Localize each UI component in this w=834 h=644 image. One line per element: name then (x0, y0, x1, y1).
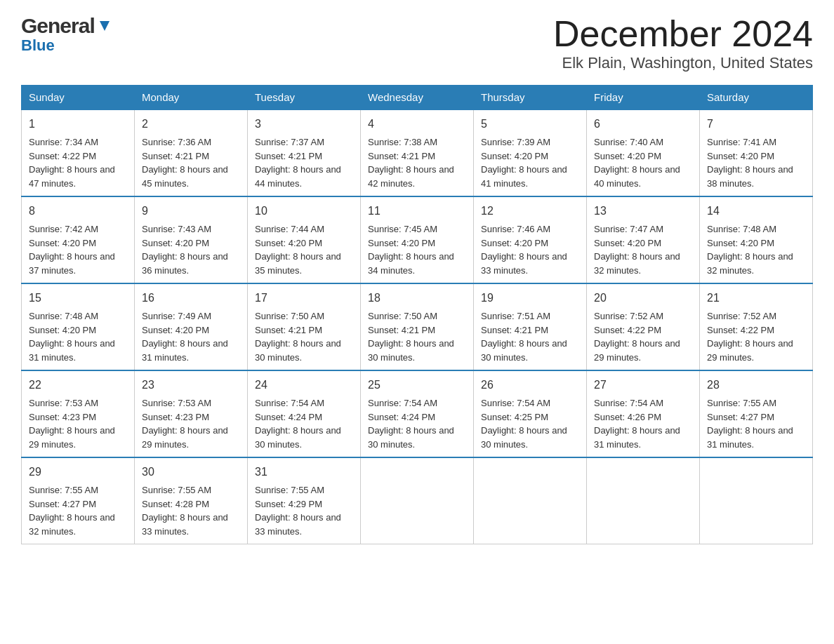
day-number: 15 (29, 290, 127, 307)
daylight-label: Daylight: 8 hours and 29 minutes. (707, 338, 793, 363)
daylight-label: Daylight: 8 hours and 36 minutes. (142, 251, 228, 276)
sunrise-label: Sunrise: 7:50 AM (255, 311, 324, 321)
calendar-week-row: 22 Sunrise: 7:53 AM Sunset: 4:23 PM Dayl… (22, 370, 813, 457)
sunrise-label: Sunrise: 7:48 AM (29, 311, 98, 321)
day-number: 10 (255, 203, 353, 220)
sunset-label: Sunset: 4:21 PM (368, 151, 435, 161)
sunset-label: Sunset: 4:21 PM (255, 325, 322, 335)
day-number: 24 (255, 377, 353, 394)
sunrise-label: Sunrise: 7:44 AM (255, 224, 324, 234)
logo-arrow-icon (97, 18, 112, 36)
location-title: Elk Plain, Washington, United States (553, 54, 813, 72)
daylight-label: Daylight: 8 hours and 29 minutes. (594, 338, 680, 363)
daylight-label: Daylight: 8 hours and 31 minutes. (29, 338, 115, 363)
daylight-label: Daylight: 8 hours and 44 minutes. (255, 164, 341, 189)
sunset-label: Sunset: 4:20 PM (481, 238, 548, 248)
daylight-label: Daylight: 8 hours and 31 minutes. (142, 338, 228, 363)
calendar-header-tuesday: Tuesday (248, 86, 361, 110)
daylight-label: Daylight: 8 hours and 41 minutes. (481, 164, 567, 189)
day-number: 14 (707, 203, 805, 220)
sunrise-label: Sunrise: 7:53 AM (142, 398, 211, 408)
calendar-cell: 24 Sunrise: 7:54 AM Sunset: 4:24 PM Dayl… (248, 370, 361, 457)
day-info: Sunrise: 7:40 AM Sunset: 4:20 PM Dayligh… (594, 135, 692, 190)
calendar-header-wednesday: Wednesday (361, 86, 474, 110)
daylight-label: Daylight: 8 hours and 42 minutes. (368, 164, 454, 189)
day-number: 20 (594, 290, 692, 307)
calendar-cell: 5 Sunrise: 7:39 AM Sunset: 4:20 PM Dayli… (474, 109, 587, 196)
sunset-label: Sunset: 4:20 PM (707, 238, 774, 248)
sunrise-label: Sunrise: 7:52 AM (594, 311, 663, 321)
daylight-label: Daylight: 8 hours and 32 minutes. (707, 251, 793, 276)
day-info: Sunrise: 7:51 AM Sunset: 4:21 PM Dayligh… (481, 309, 579, 364)
logo-general-text: General (21, 14, 95, 38)
daylight-label: Daylight: 8 hours and 29 minutes. (29, 425, 115, 450)
daylight-label: Daylight: 8 hours and 32 minutes. (29, 512, 115, 537)
calendar-cell: 19 Sunrise: 7:51 AM Sunset: 4:21 PM Dayl… (474, 283, 587, 370)
day-number: 30 (142, 464, 240, 481)
sunrise-label: Sunrise: 7:42 AM (29, 224, 98, 234)
daylight-label: Daylight: 8 hours and 47 minutes. (29, 164, 115, 189)
calendar-cell: 23 Sunrise: 7:53 AM Sunset: 4:23 PM Dayl… (135, 370, 248, 457)
sunset-label: Sunset: 4:21 PM (142, 151, 209, 161)
day-info: Sunrise: 7:52 AM Sunset: 4:22 PM Dayligh… (594, 309, 692, 364)
sunset-label: Sunset: 4:29 PM (255, 499, 322, 509)
sunrise-label: Sunrise: 7:52 AM (707, 311, 776, 321)
day-number: 16 (142, 290, 240, 307)
day-number: 19 (481, 290, 579, 307)
day-info: Sunrise: 7:55 AM Sunset: 4:27 PM Dayligh… (707, 396, 805, 451)
day-info: Sunrise: 7:54 AM Sunset: 4:24 PM Dayligh… (368, 396, 466, 451)
sunset-label: Sunset: 4:25 PM (481, 412, 548, 422)
daylight-label: Daylight: 8 hours and 31 minutes. (707, 425, 793, 450)
sunset-label: Sunset: 4:24 PM (255, 412, 322, 422)
day-number: 23 (142, 377, 240, 394)
day-info: Sunrise: 7:37 AM Sunset: 4:21 PM Dayligh… (255, 135, 353, 190)
sunrise-label: Sunrise: 7:53 AM (29, 398, 98, 408)
day-number: 8 (29, 203, 127, 220)
day-number: 5 (481, 116, 579, 133)
calendar-cell (587, 457, 700, 544)
calendar-cell: 4 Sunrise: 7:38 AM Sunset: 4:21 PM Dayli… (361, 109, 474, 196)
sunrise-label: Sunrise: 7:37 AM (255, 137, 324, 147)
daylight-label: Daylight: 8 hours and 35 minutes. (255, 251, 341, 276)
calendar-cell (700, 457, 813, 544)
sunset-label: Sunset: 4:22 PM (594, 325, 661, 335)
day-info: Sunrise: 7:38 AM Sunset: 4:21 PM Dayligh… (368, 135, 466, 190)
daylight-label: Daylight: 8 hours and 40 minutes. (594, 164, 680, 189)
daylight-label: Daylight: 8 hours and 33 minutes. (142, 512, 228, 537)
sunset-label: Sunset: 4:20 PM (707, 151, 774, 161)
sunrise-label: Sunrise: 7:55 AM (29, 485, 98, 495)
daylight-label: Daylight: 8 hours and 33 minutes. (481, 251, 567, 276)
day-info: Sunrise: 7:47 AM Sunset: 4:20 PM Dayligh… (594, 222, 692, 277)
day-info: Sunrise: 7:55 AM Sunset: 4:28 PM Dayligh… (142, 483, 240, 538)
calendar-header-friday: Friday (587, 86, 700, 110)
daylight-label: Daylight: 8 hours and 30 minutes. (255, 338, 341, 363)
sunrise-label: Sunrise: 7:47 AM (594, 224, 663, 234)
calendar-cell: 12 Sunrise: 7:46 AM Sunset: 4:20 PM Dayl… (474, 196, 587, 283)
sunrise-label: Sunrise: 7:43 AM (142, 224, 211, 234)
sunset-label: Sunset: 4:26 PM (594, 412, 661, 422)
day-info: Sunrise: 7:46 AM Sunset: 4:20 PM Dayligh… (481, 222, 579, 277)
logo-blue-text: Blue (21, 36, 55, 55)
calendar-cell: 27 Sunrise: 7:54 AM Sunset: 4:26 PM Dayl… (587, 370, 700, 457)
calendar-header-thursday: Thursday (474, 86, 587, 110)
calendar-cell: 28 Sunrise: 7:55 AM Sunset: 4:27 PM Dayl… (700, 370, 813, 457)
sunset-label: Sunset: 4:24 PM (368, 412, 435, 422)
sunset-label: Sunset: 4:20 PM (594, 151, 661, 161)
day-number: 21 (707, 290, 805, 307)
calendar-week-row: 29 Sunrise: 7:55 AM Sunset: 4:27 PM Dayl… (22, 457, 813, 544)
calendar-week-row: 1 Sunrise: 7:34 AM Sunset: 4:22 PM Dayli… (22, 109, 813, 196)
day-info: Sunrise: 7:54 AM Sunset: 4:24 PM Dayligh… (255, 396, 353, 451)
sunset-label: Sunset: 4:22 PM (707, 325, 774, 335)
sunrise-label: Sunrise: 7:54 AM (594, 398, 663, 408)
sunrise-label: Sunrise: 7:51 AM (481, 311, 550, 321)
day-info: Sunrise: 7:50 AM Sunset: 4:21 PM Dayligh… (255, 309, 353, 364)
sunset-label: Sunset: 4:20 PM (594, 238, 661, 248)
daylight-label: Daylight: 8 hours and 38 minutes. (707, 164, 793, 189)
day-info: Sunrise: 7:49 AM Sunset: 4:20 PM Dayligh… (142, 309, 240, 364)
day-number: 12 (481, 203, 579, 220)
day-number: 17 (255, 290, 353, 307)
daylight-label: Daylight: 8 hours and 30 minutes. (368, 425, 454, 450)
day-info: Sunrise: 7:36 AM Sunset: 4:21 PM Dayligh… (142, 135, 240, 190)
calendar-week-row: 8 Sunrise: 7:42 AM Sunset: 4:20 PM Dayli… (22, 196, 813, 283)
daylight-label: Daylight: 8 hours and 30 minutes. (481, 338, 567, 363)
